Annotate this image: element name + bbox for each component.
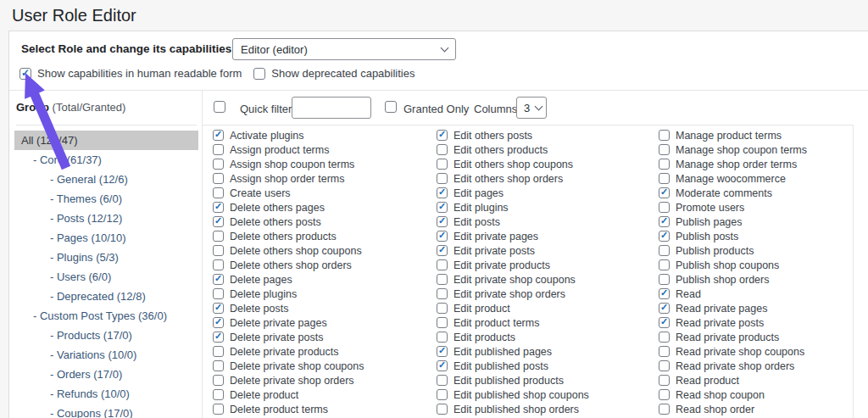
capability-label: Edit others products [453, 144, 548, 156]
capability-checkbox[interactable] [213, 173, 224, 184]
capability-checkbox[interactable] [437, 404, 448, 415]
capability-checkbox[interactable] [659, 216, 670, 227]
group-tree-item[interactable]: - Users (6/0) [14, 267, 198, 287]
capability-checkbox[interactable] [437, 245, 448, 256]
capability-checkbox[interactable] [437, 130, 448, 141]
group-tree-item[interactable]: - Plugins (5/3) [14, 248, 198, 267]
capability-checkbox[interactable] [437, 202, 448, 213]
capability-checkbox[interactable] [213, 288, 224, 299]
capability-checkbox[interactable] [213, 303, 224, 314]
capability-checkbox[interactable] [213, 375, 224, 386]
capability-checkbox[interactable] [437, 173, 448, 184]
capability-checkbox[interactable] [213, 216, 224, 227]
capability-checkbox[interactable] [437, 144, 448, 155]
columns-select[interactable]: 3 [516, 97, 547, 119]
capability-checkbox[interactable] [659, 346, 670, 357]
group-tree-item[interactable]: - Custom Post Types (36/0) [14, 306, 198, 326]
option-checkbox[interactable] [19, 68, 31, 80]
capability-checkbox[interactable] [659, 360, 670, 371]
capability-checkbox[interactable] [659, 259, 670, 270]
capability-checkbox[interactable] [437, 288, 448, 299]
capability-checkbox[interactable] [437, 216, 448, 227]
group-tree-item[interactable]: - Orders (17/0) [14, 365, 198, 384]
role-select[interactable]: Editor (editor) [232, 38, 456, 60]
capability-checkbox[interactable] [437, 159, 448, 170]
capability-checkbox[interactable] [659, 187, 670, 198]
group-tree-label: - Pages (10/10) [50, 231, 126, 244]
capability-label: Manage shop coupon terms [676, 144, 807, 156]
capability-checkbox[interactable] [213, 187, 224, 198]
group-tree-item[interactable]: - General (12/6) [14, 170, 198, 189]
capability-row: Delete others shop orders [213, 258, 425, 272]
capability-checkbox[interactable] [659, 288, 670, 299]
group-tree-item[interactable]: - Posts (12/12) [14, 209, 198, 228]
capability-label: Publish pages [676, 216, 743, 228]
capability-checkbox[interactable] [213, 259, 224, 270]
capability-checkbox[interactable] [437, 332, 448, 343]
capability-checkbox[interactable] [437, 360, 448, 371]
capability-checkbox[interactable] [213, 346, 224, 357]
capability-checkbox[interactable] [659, 332, 670, 343]
capability-checkbox[interactable] [659, 130, 670, 141]
group-tree-item[interactable]: - Pages (10/10) [14, 228, 198, 248]
capability-checkbox[interactable] [437, 389, 448, 400]
capability-checkbox[interactable] [213, 245, 224, 256]
capability-checkbox[interactable] [437, 231, 448, 242]
capability-checkbox[interactable] [213, 389, 224, 400]
user-role-editor-panel: Select Role and change its capabilities:… [8, 31, 868, 418]
group-tree-item[interactable]: - Products (17/0) [14, 326, 198, 345]
capability-checkbox[interactable] [437, 187, 448, 198]
capability-checkbox[interactable] [213, 130, 224, 141]
capability-checkbox[interactable] [213, 202, 224, 213]
capability-checkbox[interactable] [659, 173, 670, 184]
capability-checkbox[interactable] [437, 375, 448, 386]
capability-row: Manage shop order terms [659, 157, 854, 171]
capability-checkbox[interactable] [659, 404, 670, 415]
capability-checkbox[interactable] [659, 274, 670, 285]
capability-row: Edit published products [437, 373, 648, 387]
capability-checkbox[interactable] [437, 274, 448, 285]
group-tree-item[interactable]: All (122/47) [14, 131, 198, 150]
quick-filter-input[interactable] [292, 97, 371, 119]
capability-label: Delete others products [230, 231, 337, 242]
group-tree-item[interactable]: - Coupons (17/0) [14, 404, 198, 418]
capability-label: Publish posts [676, 231, 738, 242]
capability-checkbox[interactable] [213, 144, 224, 155]
capability-checkbox[interactable] [659, 144, 670, 155]
capability-checkbox[interactable] [213, 317, 224, 328]
capability-row: Delete product [213, 387, 425, 402]
option-item: Show capabilities in human readable form [19, 67, 242, 80]
capability-row: Read shop coupon [659, 387, 854, 402]
capability-checkbox[interactable] [437, 303, 448, 314]
capability-checkbox[interactable] [659, 303, 670, 314]
capability-checkbox[interactable] [659, 375, 670, 386]
capability-checkbox[interactable] [659, 231, 670, 242]
capability-label: Publish products [676, 245, 754, 257]
group-tree-item[interactable]: - Core (61/37) [14, 150, 198, 170]
group-tree-item[interactable]: - Deprecated (12/8) [14, 287, 198, 306]
capability-label: Assign shop order terms [230, 173, 344, 185]
capability-checkbox[interactable] [437, 317, 448, 328]
option-checkbox[interactable] [253, 68, 265, 80]
capability-checkbox[interactable] [213, 274, 224, 285]
capability-checkbox[interactable] [437, 259, 448, 270]
capability-checkbox[interactable] [437, 346, 448, 357]
capability-label: Edit published shop orders [453, 404, 579, 415]
capability-row: Edit others posts [437, 128, 648, 142]
capability-checkbox[interactable] [659, 317, 670, 328]
capability-checkbox[interactable] [659, 159, 670, 170]
group-tree-item[interactable]: - Themes (6/0) [14, 189, 198, 209]
group-tree-item[interactable]: - Refunds (10/0) [14, 384, 198, 404]
capability-checkbox[interactable] [213, 360, 224, 371]
capability-checkbox[interactable] [213, 404, 224, 415]
capability-checkbox[interactable] [213, 332, 224, 343]
capability-checkbox[interactable] [659, 202, 670, 213]
capability-checkbox[interactable] [659, 389, 670, 400]
granted-only-checkbox[interactable] [385, 101, 397, 113]
group-tree-item[interactable]: - Variations (10/0) [14, 345, 198, 365]
capability-checkbox[interactable] [213, 159, 224, 170]
capability-checkbox[interactable] [659, 245, 670, 256]
capability-checkbox[interactable] [213, 231, 224, 242]
capability-row: Edit product [437, 301, 648, 315]
select-all-checkbox[interactable] [214, 101, 225, 113]
